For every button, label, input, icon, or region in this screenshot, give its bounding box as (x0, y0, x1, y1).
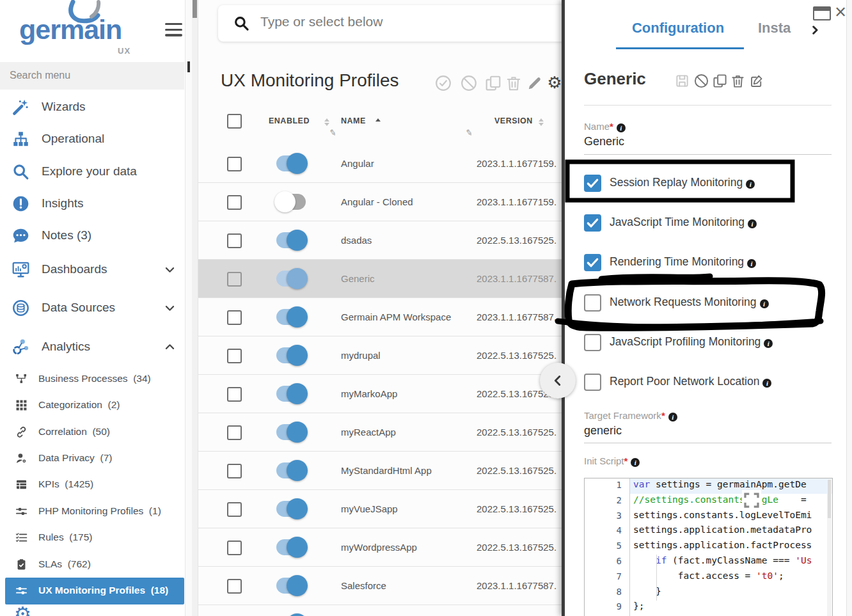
monitor-checkbox[interactable] (584, 334, 601, 351)
table-row[interactable]: myReactApp 2022.5.13.167525. (198, 413, 562, 452)
table-row[interactable]: myWordpressApp 2022.5.13.167525. (198, 528, 562, 567)
editor-scrollbar-thumb[interactable] (828, 480, 831, 518)
gear-icon[interactable]: ⚙ (546, 75, 562, 91)
table-row[interactable]: mydrupal 2022.5.13.167525. (198, 336, 562, 375)
tab-installation[interactable]: Insta (758, 20, 796, 36)
row-checkbox[interactable] (227, 272, 242, 287)
content-scrollbar[interactable] (192, 0, 198, 616)
info-icon[interactable]: i (668, 413, 677, 422)
sort-icon[interactable] (539, 118, 544, 126)
column-header-enabled[interactable]: ENABLED (269, 116, 310, 125)
content-scrollbar-thumb[interactable] (193, 0, 197, 18)
monitor-checkbox[interactable] (584, 254, 601, 271)
info-icon[interactable]: i (631, 458, 640, 467)
sidebar-item-insights[interactable]: Insights (0, 189, 184, 218)
table-row[interactable]: myVueJSapp 2022.5.13.167525. (198, 490, 562, 528)
row-checkbox[interactable] (227, 310, 242, 325)
table-row[interactable]: Generic 2023.1.1.1677587. (198, 260, 562, 298)
table-row[interactable]: Germain APM Workspace 2023.1.1.1677587. (198, 298, 562, 336)
close-icon[interactable]: × (835, 1, 846, 24)
enabled-toggle[interactable] (276, 386, 306, 402)
sidebar-item-explore-your-data[interactable]: Explore your data (0, 157, 184, 186)
ban-icon[interactable] (461, 75, 477, 91)
info-icon[interactable]: i (764, 339, 773, 348)
monitor-checkbox[interactable] (584, 214, 601, 232)
table-row[interactable]: Shopify 2023.1.1.1677587 (198, 605, 562, 616)
info-icon[interactable]: i (748, 219, 757, 228)
monitor-checkbox[interactable] (584, 294, 601, 312)
window-restore-icon[interactable] (813, 6, 831, 20)
chevron-right-icon[interactable] (809, 24, 821, 36)
info-icon[interactable]: i (762, 379, 771, 388)
name-field-value[interactable]: Generic (584, 135, 624, 148)
sidebar-item-analytics[interactable]: Analytics (0, 332, 184, 361)
sidebar-item-notes[interactable]: Notes (3) (0, 221, 184, 250)
enabled-toggle[interactable] (276, 232, 306, 248)
table-row[interactable]: myMarkoApp 2022.5.13.167525. (198, 375, 562, 413)
column-header-version[interactable]: VERSION (494, 116, 533, 125)
pencil-icon[interactable] (526, 75, 543, 91)
table-row[interactable]: Angular - Cloned 2023.1.1.1677159. (198, 183, 562, 221)
column-header-name[interactable]: NAME (341, 116, 366, 125)
info-icon[interactable]: i (746, 180, 755, 189)
table-row[interactable]: Angular 2023.1.1.1677159. (198, 145, 562, 183)
trash-icon[interactable] (730, 74, 745, 88)
monitor-checkbox[interactable] (584, 175, 601, 192)
enabled-toggle[interactable] (276, 424, 306, 440)
enabled-toggle[interactable] (276, 462, 306, 478)
enabled-toggle[interactable] (276, 501, 306, 517)
enabled-toggle[interactable] (276, 271, 306, 287)
table-row[interactable]: MyStandardHtml App 2022.5.13.167525. (198, 452, 562, 490)
sidebar-item-dashboards[interactable]: Dashboards (0, 255, 184, 284)
sidebar-item-correlation[interactable]: Correlation (50) (0, 419, 184, 446)
sidebar-item-business-processes[interactable]: Business Processes (34) (0, 366, 184, 393)
sort-icon[interactable] (324, 118, 330, 126)
window-scrollbar[interactable] (846, 0, 852, 616)
edit-icon[interactable] (750, 74, 764, 88)
copy-icon[interactable] (485, 75, 501, 91)
sidebar-item-ux-monitoring-profiles[interactable]: UX Monitoring Profiles (18) (5, 578, 184, 604)
info-icon[interactable]: i (760, 299, 769, 308)
settings-gear-icon[interactable]: ⚙ (14, 603, 31, 616)
init-script-editor[interactable]: 1 var settings = germainApm.getDe 2 //se… (584, 478, 833, 616)
check-circle-icon[interactable] (435, 75, 452, 91)
row-checkbox[interactable] (227, 464, 242, 478)
sidebar-scrollbar[interactable] (185, 0, 192, 616)
table-row[interactable]: dsadas 2022.5.13.167525. (198, 221, 562, 260)
enabled-toggle[interactable] (276, 155, 306, 171)
main-search-input[interactable] (259, 13, 530, 30)
info-icon[interactable]: i (747, 259, 756, 268)
sort-asc-icon[interactable] (375, 118, 381, 123)
row-checkbox[interactable] (227, 387, 242, 402)
enabled-toggle[interactable] (276, 194, 306, 210)
copy-icon[interactable] (713, 74, 727, 88)
row-checkbox[interactable] (227, 502, 242, 517)
sidebar-item-kpis[interactable]: KPIs (1425) (0, 471, 184, 498)
panel-collapse-button[interactable] (540, 363, 576, 399)
table-row[interactable]: Salesforce 2023.1.1.1677587. (198, 567, 562, 605)
sidebar-item-rules[interactable]: Rules (175) (0, 525, 184, 551)
hamburger-menu-icon[interactable] (165, 23, 182, 36)
filter-pencil-icon[interactable]: ✎ (465, 127, 473, 138)
row-checkbox[interactable] (227, 157, 242, 171)
sidebar-scrollbar-thumb[interactable] (187, 61, 190, 72)
sidebar-item-data-privacy[interactable]: Data Privacy (7) (0, 445, 184, 472)
select-all-checkbox[interactable] (227, 114, 242, 129)
enabled-toggle[interactable] (276, 347, 306, 363)
row-checkbox[interactable] (227, 425, 242, 440)
sidebar-item-data-sources[interactable]: Data Sources (0, 293, 184, 322)
sidebar-item-wizards[interactable]: Wizards (0, 92, 184, 122)
info-icon[interactable]: i (617, 123, 626, 132)
enabled-toggle[interactable] (276, 539, 306, 555)
row-checkbox[interactable] (227, 541, 242, 555)
tab-configuration[interactable]: Configuration (604, 20, 752, 36)
sidebar-item-php-monitoring-profiles[interactable]: PHP Monitoring Profiles (1) (0, 498, 184, 525)
enabled-toggle[interactable] (276, 578, 306, 594)
ban-icon[interactable] (694, 74, 709, 88)
sidebar-item-slas[interactable]: SLAs (762) (0, 551, 184, 578)
target-framework-value[interactable]: generic (584, 424, 622, 438)
trash-icon[interactable] (505, 75, 522, 91)
save-icon[interactable] (675, 74, 690, 88)
enabled-toggle[interactable] (276, 309, 306, 325)
sidebar-search-input[interactable] (8, 69, 171, 82)
